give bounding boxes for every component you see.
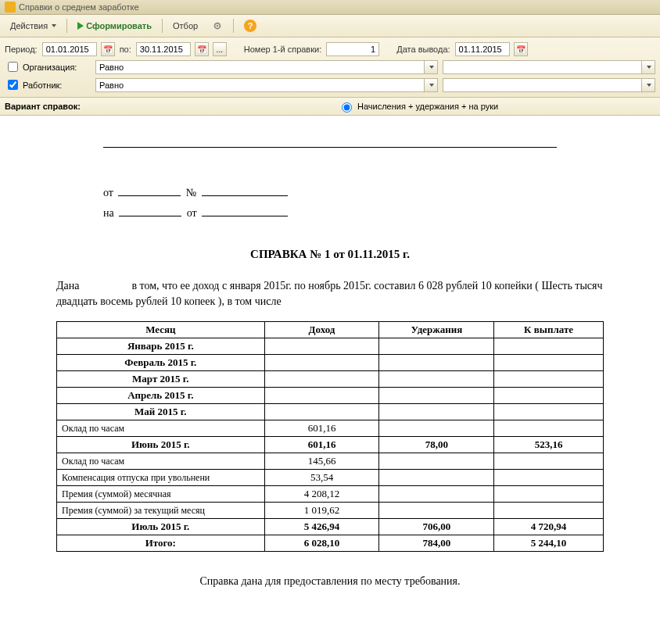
cell-income: 145,66 bbox=[264, 453, 379, 470]
cell-income: 601,16 bbox=[264, 437, 379, 453]
svg-point-1 bbox=[217, 25, 219, 27]
chevron-down-icon bbox=[52, 24, 56, 27]
cell-income: 53,54 bbox=[264, 470, 379, 486]
cell-pay: 523,16 bbox=[494, 437, 604, 453]
cell-label: Март 2015 г. bbox=[57, 371, 265, 388]
blank-field bbox=[202, 216, 288, 216]
col-pay: К выплате bbox=[494, 322, 604, 338]
blank-field bbox=[118, 195, 181, 196]
org-value-select[interactable] bbox=[443, 60, 642, 74]
doc-body-text: Дана в том, что ее доход с января 2015г.… bbox=[56, 278, 604, 309]
col-income: Доход bbox=[264, 322, 379, 338]
to-label: на bbox=[103, 207, 114, 219]
chevron-down-icon bbox=[647, 84, 651, 87]
cell-income bbox=[264, 355, 379, 371]
gear-icon bbox=[212, 20, 223, 31]
cell-pay bbox=[494, 388, 604, 404]
employee-checkbox[interactable] bbox=[8, 80, 18, 90]
cell-label: Оклад по часам bbox=[57, 420, 265, 437]
employee-mode-select[interactable]: Равно bbox=[95, 78, 425, 92]
doc-footer: Справка дана для предоставления по месту… bbox=[56, 575, 604, 588]
actions-menu[interactable]: Действия bbox=[5, 19, 62, 33]
cell-income bbox=[264, 388, 379, 404]
cell-withhold bbox=[379, 355, 494, 371]
actions-label: Действия bbox=[10, 21, 48, 30]
date-to-input[interactable] bbox=[136, 42, 191, 56]
generate-button[interactable]: Сформировать bbox=[72, 19, 157, 33]
output-date-label: Дата вывода: bbox=[396, 45, 450, 54]
table-header-row: Месяц Доход Удержания К выплате bbox=[57, 322, 604, 338]
filter-button[interactable]: Отбор bbox=[167, 19, 203, 33]
blank-field bbox=[202, 195, 288, 196]
cell-pay bbox=[494, 338, 604, 355]
org-mode-dropdown[interactable] bbox=[424, 60, 438, 74]
cell-pay: 4 720,94 bbox=[494, 519, 604, 535]
separator bbox=[233, 19, 234, 33]
table-row: Январь 2015 г. bbox=[57, 338, 604, 355]
calendar-icon: 📅 bbox=[197, 45, 206, 54]
doc-header-line bbox=[103, 147, 557, 148]
help-button[interactable]: ? bbox=[239, 17, 262, 34]
cell-income: 6 028,10 bbox=[264, 535, 379, 552]
income-table: Месяц Доход Удержания К выплате Январь 2… bbox=[56, 321, 604, 552]
output-date-input[interactable] bbox=[455, 42, 510, 56]
question-icon: ? bbox=[244, 20, 256, 32]
cell-withhold bbox=[379, 453, 494, 470]
settings-button[interactable] bbox=[206, 18, 228, 34]
cell-pay bbox=[494, 420, 604, 437]
calendar-to-button[interactable]: 📅 bbox=[195, 42, 209, 56]
cell-label: Премия (суммой) за текущий месяц bbox=[57, 503, 265, 519]
table-row: Февраль 2015 г. bbox=[57, 355, 604, 371]
employee-row: Работник: Равно bbox=[5, 76, 655, 94]
table-row: Май 2015 г. bbox=[57, 404, 604, 420]
period-picker-button[interactable]: ... bbox=[213, 42, 227, 56]
cell-withhold bbox=[379, 388, 494, 404]
cell-withhold bbox=[379, 338, 494, 355]
table-row: Апрель 2015 г. bbox=[57, 388, 604, 404]
cell-label: Компенсация отпуска при увольнени bbox=[57, 470, 265, 486]
employee-value-dropdown[interactable] bbox=[641, 78, 655, 92]
table-row: Компенсация отпуска при увольнени53,54 bbox=[57, 470, 604, 486]
employee-mode-dropdown[interactable] bbox=[424, 78, 438, 92]
org-value-dropdown[interactable] bbox=[641, 60, 655, 74]
cell-pay bbox=[494, 486, 604, 503]
cell-withhold bbox=[379, 371, 494, 388]
table-row: Премия (суммой) за текущий месяц1 019,62 bbox=[57, 503, 604, 519]
cell-income: 601,16 bbox=[264, 420, 379, 437]
cell-label: Апрель 2015 г. bbox=[57, 388, 265, 404]
org-row: Организация: Равно bbox=[5, 58, 655, 76]
from2-label: от bbox=[187, 207, 197, 219]
cell-pay bbox=[494, 503, 604, 519]
cell-pay bbox=[494, 470, 604, 486]
table-row: Оклад по часам145,66 bbox=[57, 453, 604, 470]
document-preview: от № на от СПРАВКА № 1 от 01.11.2015 г. … bbox=[0, 116, 660, 644]
variant-radio[interactable] bbox=[342, 102, 352, 113]
chevron-down-icon bbox=[429, 66, 434, 69]
table-row: Июль 2015 г.5 426,94706,004 720,94 bbox=[57, 519, 604, 535]
period-label: Период: bbox=[5, 45, 38, 54]
title-bar: Справки о среднем заработке bbox=[0, 0, 660, 15]
doc-from-line: от № bbox=[103, 187, 604, 199]
separator bbox=[66, 19, 67, 33]
calendar-icon: 📅 bbox=[103, 45, 113, 54]
no-label: № bbox=[186, 187, 196, 199]
cell-withhold bbox=[379, 486, 494, 503]
play-icon bbox=[77, 22, 84, 30]
cell-income bbox=[264, 371, 379, 388]
org-label: Организация: bbox=[23, 63, 77, 72]
cell-withhold: 706,00 bbox=[379, 519, 494, 535]
calendar-from-button[interactable]: 📅 bbox=[101, 42, 115, 56]
org-mode-select[interactable]: Равно bbox=[95, 60, 425, 74]
org-checkbox[interactable] bbox=[8, 62, 18, 72]
cell-income bbox=[264, 338, 379, 355]
window-title: Справки о среднем заработке bbox=[19, 2, 139, 12]
cell-income: 1 019,62 bbox=[264, 503, 379, 519]
cell-pay bbox=[494, 404, 604, 420]
date-from-input[interactable] bbox=[42, 42, 97, 56]
calendar-output-button[interactable]: 📅 bbox=[514, 42, 528, 56]
employee-label: Работник: bbox=[23, 80, 62, 90]
ref-no-input[interactable] bbox=[326, 42, 379, 56]
period-row: Период: 📅 по: 📅 ... Номер 1-й справки: Д… bbox=[5, 41, 655, 58]
table-row: Оклад по часам601,16 bbox=[57, 420, 604, 437]
employee-value-select[interactable] bbox=[443, 78, 642, 92]
